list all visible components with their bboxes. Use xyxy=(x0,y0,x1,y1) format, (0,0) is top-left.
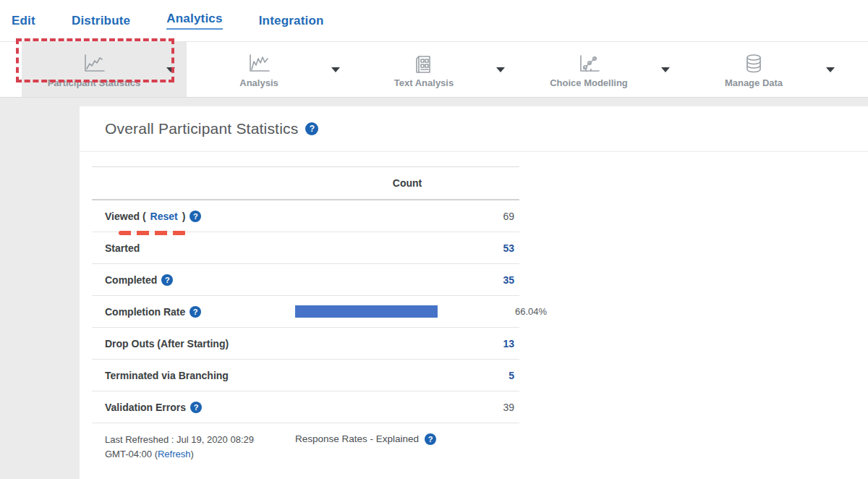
reset-link[interactable]: Reset xyxy=(150,211,178,222)
line-chart-icon xyxy=(80,54,108,74)
top-nav: Edit Distribute Analytics Integration xyxy=(0,0,868,41)
row-value: 5 xyxy=(295,370,519,381)
nav-item-edit[interactable]: Edit xyxy=(12,14,35,28)
table-row-viewed: Viewed ( Reset ) ? 69 xyxy=(92,200,519,232)
toolbar-item-label: Participant Statistics xyxy=(48,77,141,88)
row-value: 35 xyxy=(295,274,519,286)
nav-item-integration[interactable]: Integration xyxy=(259,14,324,28)
row-label: Started xyxy=(105,242,140,254)
database-icon xyxy=(740,54,767,74)
content-area: Overall Participant Statistics ? Count V… xyxy=(0,98,868,479)
toolbar-item-label: Analysis xyxy=(239,77,278,88)
help-icon[interactable]: ? xyxy=(190,211,201,222)
chevron-down-icon[interactable] xyxy=(166,67,175,72)
row-value: 13 xyxy=(295,338,519,349)
row-label: Validation Errors xyxy=(105,402,186,413)
count-column-header: Count xyxy=(295,177,519,189)
toolbar-participant-statistics[interactable]: Participant Statistics xyxy=(22,42,187,97)
table-row-terminated: Terminated via Branching 5 xyxy=(92,360,519,391)
completion-rate-bar xyxy=(295,305,511,318)
row-value: 69 xyxy=(295,211,519,222)
row-label: Completion Rate xyxy=(105,306,185,318)
table-row-drop-outs: Drop Outs (After Starting) 13 xyxy=(92,328,519,360)
row-value: 39 xyxy=(295,402,519,413)
table-row-validation-errors: Validation Errors ? 39 xyxy=(92,391,519,423)
row-label: Completed xyxy=(105,274,157,286)
row-label: Viewed ( xyxy=(105,211,146,222)
table-row-completed: Completed ? 35 xyxy=(92,264,519,296)
page-title: Overall Participant Statistics xyxy=(105,120,298,137)
table-header-row: Count xyxy=(92,167,519,200)
zigzag-chart-icon xyxy=(245,54,273,74)
help-icon[interactable]: ? xyxy=(425,433,436,445)
chevron-down-icon[interactable] xyxy=(496,67,505,72)
row-label-suffix: ) xyxy=(182,211,186,222)
chevron-down-icon[interactable] xyxy=(826,67,835,72)
table-footer: Last Refreshed : Jul 19, 2020 08:29 GMT-… xyxy=(92,433,519,462)
toolbar-manage-data[interactable]: Manage Data xyxy=(681,42,846,97)
row-label: Drop Outs (After Starting) xyxy=(105,338,229,349)
table-row-started: Started 53 xyxy=(92,232,519,264)
last-refreshed-text: Last Refreshed : Jul 19, 2020 08:29 GMT-… xyxy=(92,433,295,462)
statistics-card: Overall Participant Statistics ? Count V… xyxy=(80,106,868,479)
completion-rate-value: 66.04% xyxy=(515,306,547,317)
refresh-link[interactable]: Refresh xyxy=(158,449,191,459)
completion-bar-fill xyxy=(295,305,438,318)
help-icon[interactable]: ? xyxy=(161,274,173,286)
document-grid-icon xyxy=(410,54,438,74)
row-value: 53 xyxy=(295,242,519,254)
response-rates-label: Response Rates - Explained xyxy=(295,433,419,444)
chevron-down-icon[interactable] xyxy=(331,67,340,72)
toolbar-choice-modelling[interactable]: Choice Modelling xyxy=(516,42,681,97)
row-label: Terminated via Branching xyxy=(105,370,229,381)
nav-item-distribute[interactable]: Distribute xyxy=(72,14,130,28)
participant-statistics-table: Count Viewed ( Reset ) ? 69 Started 53 C… xyxy=(92,166,519,423)
toolbar-item-label: Manage Data xyxy=(725,77,783,88)
help-icon[interactable]: ? xyxy=(190,402,202,413)
table-row-completion-rate: Completion Rate ? 66.04% xyxy=(92,296,519,328)
toolbar-item-label: Choice Modelling xyxy=(550,77,628,88)
toolbar-analysis[interactable]: Analysis xyxy=(187,42,352,97)
help-icon[interactable]: ? xyxy=(190,306,201,318)
red-dashed-underline xyxy=(119,231,186,235)
toolbar-text-analysis[interactable]: Text Analysis xyxy=(352,42,516,97)
chevron-down-icon[interactable] xyxy=(661,67,670,72)
nav-item-analytics[interactable]: Analytics xyxy=(166,12,222,30)
toolbar-item-label: Text Analysis xyxy=(394,77,454,88)
analytics-toolbar: Participant Statistics Analysis xyxy=(0,41,868,98)
help-icon[interactable]: ? xyxy=(305,122,318,135)
scatter-chart-icon xyxy=(575,54,603,74)
